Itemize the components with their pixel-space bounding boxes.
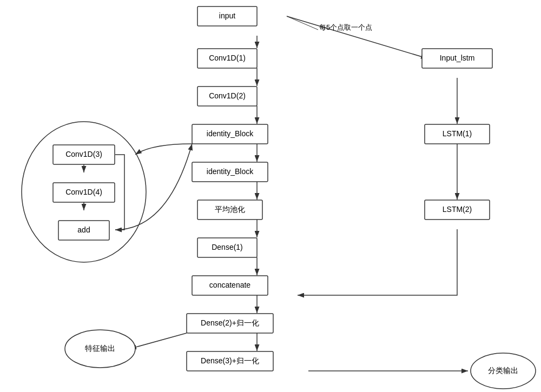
arrow-identity1-conv1d3 (135, 144, 192, 155)
diagram-svg: input Conv1D(1) Conv1D(2) identity_Block… (0, 0, 541, 392)
node-dense3-label: Dense(3)+归一化 (201, 356, 259, 365)
node-conv1d4-label: Conv1D(4) (65, 188, 102, 196)
node-identity2-label: identity_Block (207, 167, 254, 176)
node-dense2-label: Dense(2)+归一化 (201, 318, 259, 327)
node-lstm1-label: LSTM(1) (443, 129, 472, 138)
node-lstm2-label: LSTM(2) (443, 205, 472, 214)
node-dense1-label: Dense(1) (212, 243, 243, 251)
arrow-dense2-featureout (130, 333, 187, 349)
node-conv1d2-label: Conv1D(2) (209, 91, 246, 100)
note-line (287, 16, 318, 30)
node-concatenate-label: concatenate (209, 281, 250, 289)
node-conv1d3-label: Conv1D(3) (65, 150, 102, 158)
node-identity1-label: identity_Block (207, 129, 254, 138)
node-input-lstm-label: Input_lstm (440, 54, 475, 62)
node-feature-out-label: 特征输出 (85, 344, 115, 353)
arrow-input-inputlstm (287, 16, 427, 58)
node-add-label: add (77, 225, 90, 234)
note-label: 每5个点取一个点 (319, 23, 372, 31)
node-input-label: input (219, 11, 235, 20)
arrow-lstm2-concatenate (298, 229, 457, 295)
node-conv1d1-label: Conv1D(1) (209, 54, 246, 62)
node-class-out-label: 分类输出 (488, 366, 518, 375)
node-avgpool-label: 平均池化 (215, 205, 245, 214)
